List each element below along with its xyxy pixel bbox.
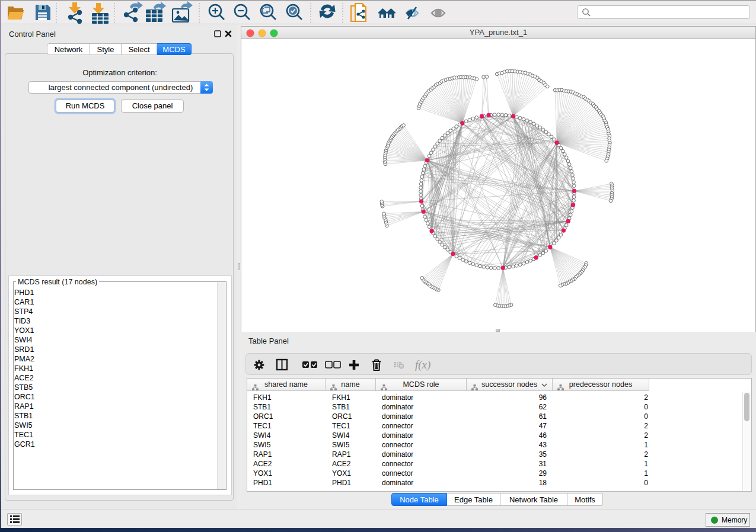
svg-text:f(x): f(x) [415, 358, 430, 371]
